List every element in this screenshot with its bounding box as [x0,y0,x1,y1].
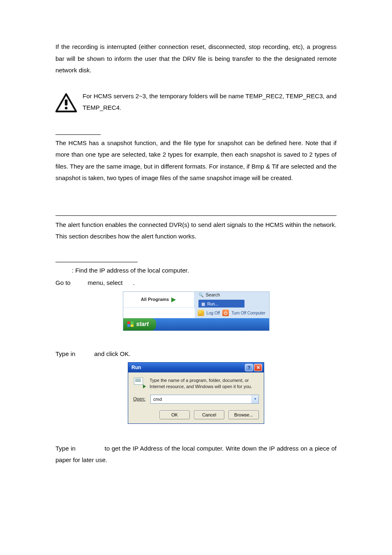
open-label: Open: [133,395,146,403]
section-divider [55,215,337,216]
logoff-icon: 🔑 [198,310,204,316]
typein-line: Type in and click OK. [55,348,337,360]
search-icon: 🔍 [198,292,203,297]
run-icon: ▦ [201,302,206,307]
bottom-line: Type in to get the IP Address of the loc… [55,443,337,466]
svg-rect-0 [65,99,68,105]
turnoff-icon: ⏻ [222,310,229,316]
windows-flag-icon [127,321,134,327]
turnoff-label[interactable]: Turn Off Computer [231,309,265,317]
section-underline-2 [55,262,138,262]
goto-line: Go to menu, select . [55,277,337,289]
bottom-b: to get the IP Address of the local compu… [55,445,337,464]
snapshot-paragraph: The HCMS has a snapshot function, and th… [55,137,337,184]
goto-b: menu, select [86,279,124,286]
all-programs-item[interactable]: All Programs ▶ [123,292,194,308]
browse-button[interactable]: Browse... [228,410,259,419]
arrow-right-icon: ▶ [171,294,176,305]
start-button[interactable]: start [123,318,156,331]
close-button[interactable]: ✕ [254,364,262,371]
svg-point-1 [65,106,68,109]
goto-c: . [133,279,134,286]
run-dialog: Run ? ✕ Type the name of a program, fold… [128,362,264,424]
alert-paragraph: The alert function enables the connected… [55,219,337,243]
bottom-a: Type in [55,445,78,452]
warning-icon [55,90,77,113]
step-find-ip: : Find the IP address of the local compu… [72,265,337,277]
run-description: Type the name of a program, folder, docu… [150,377,259,390]
start-menu-screenshot: All Programs ▶ 🔍 Search ▦ Run... [123,291,270,331]
all-programs-label: All Programs [141,295,169,304]
start-label: start [136,319,149,330]
run-title-label: Run [131,363,141,372]
goto-a: Go to [55,279,72,286]
run-titlebar: Run ? ✕ [128,363,264,372]
search-item[interactable]: 🔍 Search [198,291,269,299]
intro-paragraph: If the recording is interrupted (either … [55,41,337,76]
ok-button[interactable]: OK [159,410,190,419]
dropdown-button[interactable]: ▾ [251,395,258,403]
warning-note: For HCMS servers 2~3, the temporary fold… [55,90,337,114]
open-input[interactable] [151,395,251,403]
warning-text: For HCMS servers 2~3, the temporary fold… [83,90,337,114]
logoff-label[interactable]: Log Off [207,309,220,317]
cancel-button[interactable]: Cancel [194,410,224,419]
run-dialog-icon [133,377,145,388]
help-button[interactable]: ? [245,364,253,371]
section-underline-1 [55,134,101,135]
typein-a: Type in [55,350,77,357]
typein-b: and click OK. [92,350,131,357]
search-label: Search [206,291,220,299]
